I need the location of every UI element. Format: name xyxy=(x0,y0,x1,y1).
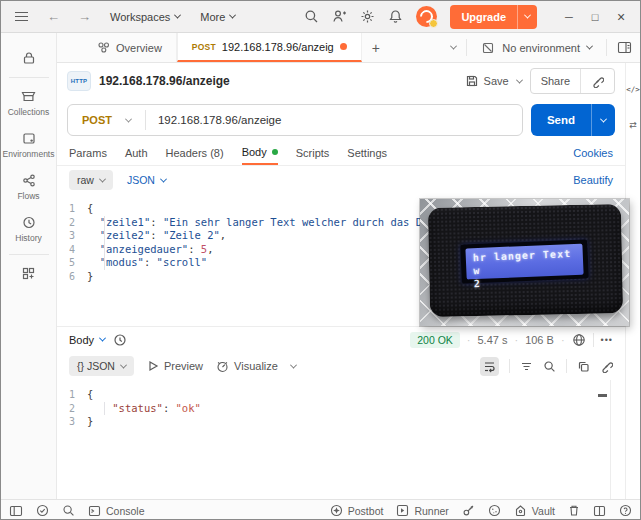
tab-overview[interactable]: Overview xyxy=(83,33,177,62)
tab-request-label: 192.168.178.96/anzeig xyxy=(222,41,334,53)
line-number: 3 xyxy=(57,229,87,243)
method-selector[interactable]: POST xyxy=(68,114,145,126)
url-input[interactable]: 192.168.178.96/anzeige xyxy=(146,114,293,126)
response-body-selector[interactable]: Body xyxy=(69,334,105,346)
sidebar-item-environments[interactable]: Environments xyxy=(1,124,56,166)
capture-requests-icon[interactable] xyxy=(462,504,475,517)
code-line: 2 "status": "ok" xyxy=(57,402,625,416)
tab-scripts[interactable]: Scripts xyxy=(296,141,330,165)
sync-requests-icon[interactable]: ⇄ xyxy=(629,120,637,130)
window-minimize-button[interactable]: ─ xyxy=(556,11,582,23)
vault-button[interactable]: Vault xyxy=(514,504,555,517)
two-pane-icon[interactable] xyxy=(593,505,606,517)
request-header: HTTP 192.168.178.96/anzeige Save Share xyxy=(57,63,625,99)
body-format-selector[interactable]: raw xyxy=(69,170,113,190)
copy-response-icon[interactable] xyxy=(577,360,590,373)
help-icon[interactable] xyxy=(619,504,632,517)
response-format-selector[interactable]: {} JSON xyxy=(69,356,134,376)
url-box: POST 192.168.178.96/anzeige xyxy=(67,104,523,136)
sidebar-item-collections[interactable]: Collections xyxy=(1,82,56,124)
save-options-chevron[interactable] xyxy=(516,76,523,83)
sidebar-divider xyxy=(9,77,49,78)
send-button[interactable]: Send xyxy=(531,104,615,136)
workspaces-menu[interactable]: Workspaces xyxy=(102,7,188,27)
status-check-icon[interactable] xyxy=(36,504,49,517)
cookies-link[interactable]: Cookies xyxy=(573,147,613,159)
environment-selector[interactable]: No environment xyxy=(477,41,596,55)
postbot-icon xyxy=(330,504,343,517)
network-globe-icon[interactable] xyxy=(572,333,586,347)
preview-button[interactable]: Preview xyxy=(147,360,203,372)
status-badge[interactable]: 200 OK xyxy=(410,332,460,348)
trash-icon[interactable] xyxy=(568,504,580,517)
main-menu-button[interactable] xyxy=(7,8,36,25)
console-button[interactable]: Console xyxy=(88,505,145,517)
postman-logo[interactable] xyxy=(416,6,437,27)
window-maximize-button[interactable]: □ xyxy=(582,11,608,23)
back-button[interactable]: ← xyxy=(40,7,67,26)
search-response-icon[interactable] xyxy=(543,360,556,373)
tab-method-label: POST xyxy=(192,42,216,52)
tab-settings[interactable]: Settings xyxy=(347,141,387,165)
configure-sidebar-button[interactable] xyxy=(1,259,56,288)
response-more-options[interactable]: ••• xyxy=(601,335,613,345)
cookies-icon[interactable] xyxy=(488,504,501,517)
share-button[interactable]: Share xyxy=(531,69,580,93)
response-size[interactable]: 106 B xyxy=(525,334,554,346)
body-toolbar: raw JSON Beautify xyxy=(57,166,625,194)
notifications-bell-icon[interactable] xyxy=(388,9,403,24)
body-format-label: raw xyxy=(77,174,94,186)
tab-request-active[interactable]: POST 192.168.178.96/anzeig xyxy=(177,33,362,62)
save-button[interactable]: Save xyxy=(465,74,509,88)
tab-params[interactable]: Params xyxy=(69,141,107,165)
runner-button[interactable]: Runner xyxy=(396,504,448,517)
search-icon[interactable] xyxy=(304,9,319,24)
wrap-lines-icon[interactable] xyxy=(480,357,499,376)
divider xyxy=(606,39,607,56)
upgrade-caret[interactable] xyxy=(517,5,537,29)
response-body-viewer[interactable]: 1{2 "status": "ok"3} xyxy=(57,380,625,499)
tab-body[interactable]: Body xyxy=(242,141,278,165)
sidebar-label: Flows xyxy=(17,191,39,201)
workspace-lock-icon[interactable] xyxy=(1,43,56,73)
code-snippet-icon[interactable]: </> xyxy=(626,85,640,94)
send-options-chevron[interactable] xyxy=(591,104,615,136)
code-line: 1{ xyxy=(57,388,625,402)
request-tabs: Params Auth Headers (8) Body Scripts Set… xyxy=(57,141,625,166)
response-time[interactable]: 5.47 s xyxy=(477,334,507,346)
environment-quick-look-icon[interactable] xyxy=(617,41,632,54)
more-label: More xyxy=(200,11,225,23)
visualize-options-chevron[interactable] xyxy=(290,361,297,368)
lcd-screen: hr langer Text w 2 xyxy=(465,244,583,280)
upgrade-button[interactable]: Upgrade xyxy=(450,5,537,29)
preview-label: Preview xyxy=(164,360,203,372)
invite-user-icon[interactable] xyxy=(332,9,347,24)
find-icon[interactable] xyxy=(62,504,75,517)
divider xyxy=(509,359,510,373)
request-title[interactable]: 192.168.178.96/anzeige xyxy=(99,74,230,88)
settings-gear-icon[interactable] xyxy=(360,9,375,24)
response-history-icon[interactable] xyxy=(113,333,127,347)
forward-button[interactable]: → xyxy=(71,7,98,26)
sidebar-item-flows[interactable]: Flows xyxy=(1,166,56,208)
copy-link-button[interactable] xyxy=(580,69,614,93)
sidebar-item-history[interactable]: History xyxy=(1,208,56,250)
toggle-sidebar-icon[interactable] xyxy=(9,505,23,517)
tab-auth[interactable]: Auth xyxy=(125,141,148,165)
share-response-link-icon[interactable] xyxy=(600,360,613,373)
url-builder: POST 192.168.178.96/anzeige Send xyxy=(57,99,625,141)
body-language-selector[interactable]: JSON xyxy=(127,174,166,186)
tab-headers[interactable]: Headers (8) xyxy=(166,141,224,165)
postbot-button[interactable]: Postbot xyxy=(330,504,384,517)
more-menu[interactable]: More xyxy=(192,7,243,27)
new-tab-button[interactable]: + xyxy=(362,33,390,62)
window-close-button[interactable]: × xyxy=(608,9,634,25)
visualize-button[interactable]: Visualize xyxy=(216,360,278,373)
postman-window: ← → Workspaces More Upgrade ─ □ × xyxy=(0,0,641,520)
filter-icon[interactable] xyxy=(520,360,533,373)
tab-list-chevron[interactable] xyxy=(450,43,457,50)
visualize-icon xyxy=(216,360,229,373)
beautify-link[interactable]: Beautify xyxy=(573,174,613,186)
line-number: 2 xyxy=(57,402,87,416)
environment-label: No environment xyxy=(502,42,580,54)
